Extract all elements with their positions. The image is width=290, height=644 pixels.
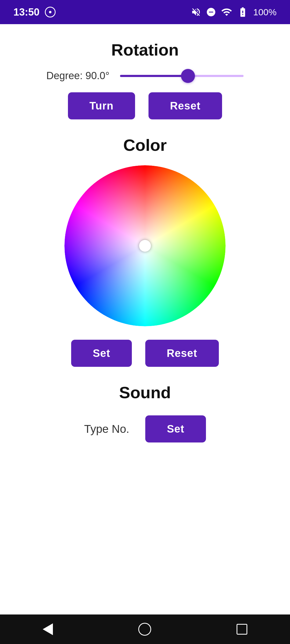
bottom-nav	[0, 614, 290, 644]
battery-icon	[237, 6, 248, 18]
rotation-title: Rotation	[111, 40, 179, 59]
rotation-slider[interactable]	[120, 71, 244, 81]
svg-point-0	[49, 11, 52, 13]
sound-row: Type No. Set	[84, 415, 206, 442]
dnd-icon	[206, 7, 216, 17]
recents-icon	[237, 624, 247, 635]
degree-row: Degree: 90.0°	[21, 70, 269, 82]
home-icon	[138, 623, 151, 636]
color-section: Color	[21, 136, 269, 367]
notification-icon	[45, 7, 56, 17]
back-icon	[43, 623, 53, 635]
status-time: 13:50	[13, 6, 39, 18]
status-left: 13:50	[13, 6, 56, 18]
recents-button[interactable]	[237, 624, 247, 635]
slider-track	[120, 75, 244, 77]
rotation-section: Rotation Degree: 90.0° Turn Reset	[21, 40, 269, 119]
color-wheel-container[interactable]	[64, 165, 226, 326]
type-label: Type No.	[84, 423, 129, 436]
slider-thumb	[181, 69, 195, 83]
mute-icon	[191, 7, 201, 17]
color-set-button[interactable]: Set	[71, 340, 132, 367]
home-button[interactable]	[138, 623, 151, 636]
rotation-reset-button[interactable]: Reset	[148, 92, 222, 119]
sound-section: Sound Type No. Set	[21, 383, 269, 442]
status-bar: 13:50 100%	[0, 0, 290, 24]
color-reset-button[interactable]: Reset	[145, 340, 219, 367]
wifi-icon	[221, 6, 232, 18]
rotation-buttons: Turn Reset	[68, 92, 222, 119]
color-buttons: Set Reset	[71, 340, 219, 367]
battery-percent: 100%	[253, 7, 277, 17]
status-right: 100%	[191, 6, 277, 18]
back-button[interactable]	[43, 623, 53, 635]
sound-set-button[interactable]: Set	[145, 415, 206, 442]
svg-point-2	[139, 240, 151, 252]
color-wheel[interactable]	[64, 165, 226, 326]
turn-button[interactable]: Turn	[68, 92, 135, 119]
sound-title: Sound	[119, 383, 171, 402]
main-content: Rotation Degree: 90.0° Turn Reset Color	[0, 24, 290, 453]
degree-label: Degree: 90.0°	[46, 70, 110, 82]
color-title: Color	[123, 136, 167, 155]
